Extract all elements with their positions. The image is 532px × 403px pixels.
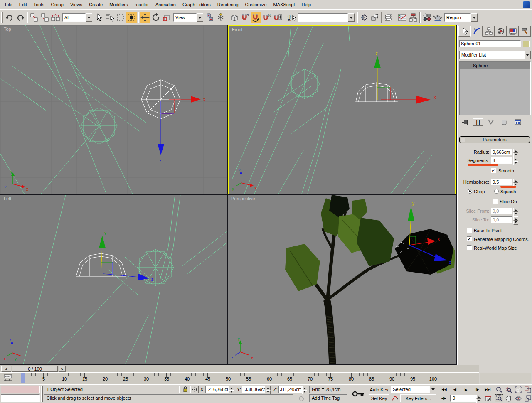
base-to-pivot-checkbox[interactable] [467, 228, 472, 233]
object-name-field[interactable]: Sphere01 [459, 40, 521, 47]
select-and-link-button[interactable] [29, 12, 39, 23]
absolute-mode-toggle[interactable] [190, 386, 199, 393]
percent-snap-toggle-button[interactable]: % [261, 12, 272, 23]
select-and-move-button[interactable] [140, 12, 150, 23]
time-slider-track[interactable]: < 0 / 100 > [0, 365, 479, 373]
maxscript-mini-listener-white[interactable] [1, 394, 40, 402]
squash-radio[interactable] [494, 189, 499, 194]
time-slider-next-button[interactable]: > [59, 366, 66, 372]
curve-editor-button[interactable] [397, 12, 408, 23]
viewport-perspective-label[interactable]: Perspective [231, 196, 255, 201]
object-color-swatch[interactable] [523, 41, 530, 47]
unselected-sphere-wireframe-left[interactable] [137, 249, 174, 286]
zoom-extents-all-button[interactable] [523, 386, 532, 393]
chop-radio[interactable] [468, 189, 472, 194]
time-slider-handle[interactable]: 0 / 100 [12, 366, 58, 372]
unlink-selection-button[interactable] [39, 12, 50, 23]
set-key-button[interactable]: Set Key [369, 394, 389, 402]
schematic-view-button[interactable] [408, 12, 419, 23]
region-zoom-button[interactable] [495, 394, 503, 402]
z-coord-spinner[interactable] [302, 386, 307, 393]
notification-icon[interactable] [297, 394, 306, 402]
smooth-checkbox[interactable]: ✔ [491, 168, 496, 173]
arc-rotate-button[interactable] [514, 394, 522, 402]
layer-manager-button[interactable] [383, 12, 394, 23]
mirror-button[interactable] [359, 12, 369, 23]
viewport-front-canvas[interactable]: y x z x y [229, 26, 455, 194]
modifier-stack[interactable]: Sphere [459, 61, 531, 115]
viewport-front[interactable]: Front [228, 25, 456, 194]
key-filter-arrow[interactable] [430, 386, 436, 393]
snaps-toggle-button[interactable]: 3 [240, 12, 251, 23]
tab-display[interactable] [507, 26, 519, 37]
slice-from-spinner[interactable] [513, 208, 518, 214]
tab-hierarchy[interactable] [483, 26, 495, 37]
select-and-scale-button[interactable] [161, 12, 172, 23]
select-and-rotate-button[interactable] [150, 12, 161, 23]
move-gizmo-front[interactable]: y x [374, 50, 436, 104]
render-type-arrow[interactable] [471, 13, 478, 22]
auto-key-button[interactable]: Auto Key [369, 386, 389, 393]
track-bar[interactable]: 0 5 10 15 20 25 30 35 40 45 50 55 60 65 … [0, 373, 479, 384]
radius-field[interactable]: 0,666cm [491, 149, 512, 155]
undo-button[interactable] [4, 12, 15, 23]
play-button[interactable]: ▶ [461, 386, 471, 393]
material-editor-button[interactable] [421, 12, 432, 23]
named-selection-arrow[interactable] [348, 13, 355, 22]
menu-reactor[interactable]: reactor [131, 1, 152, 8]
zoom-all-button[interactable] [504, 386, 513, 393]
slice-on-checkbox[interactable] [493, 199, 498, 204]
hemisphere-spinner[interactable] [513, 179, 518, 185]
crossing-selection-button[interactable] [126, 12, 137, 23]
named-selection-combo[interactable] [298, 13, 355, 22]
menu-file[interactable]: File [2, 1, 16, 8]
toolbar-grip[interactable] [1, 12, 3, 23]
bind-to-space-warp-button[interactable] [50, 12, 61, 23]
tab-motion[interactable] [495, 26, 507, 37]
current-frame-field[interactable]: 0 [450, 395, 476, 402]
key-mode-toggle-button[interactable]: ◀▶ [439, 394, 448, 402]
viewport-top-label[interactable]: Top [4, 27, 11, 32]
viewport-left-label[interactable]: Left [4, 196, 11, 201]
redo-button[interactable] [15, 12, 26, 23]
menu-rendering[interactable]: Rendering [214, 1, 242, 8]
keyboard-shortcut-override-button[interactable] [229, 12, 240, 23]
named-selection-sets-button[interactable]: {}ABC [286, 12, 297, 23]
remove-modifier-button[interactable] [498, 118, 510, 126]
viewport-top-canvas[interactable]: x z y z x [0, 25, 227, 194]
angle-snap-toggle-button[interactable] [251, 12, 261, 23]
maxscript-mini-listener-pink[interactable] [1, 386, 40, 393]
select-object-button[interactable] [94, 12, 104, 23]
y-coord-field[interactable]: -338,369cm [242, 386, 265, 393]
menu-modifiers[interactable]: Modifiers [106, 1, 131, 8]
select-by-name-button[interactable] [104, 12, 115, 23]
parameters-rollout-header[interactable]: - Parameters [459, 136, 530, 143]
radius-spinner[interactable] [513, 149, 518, 155]
real-world-map-checkbox[interactable] [467, 245, 472, 250]
pin-stack-button[interactable] [459, 118, 471, 126]
menu-graph-editors[interactable]: Graph Editors [179, 1, 214, 8]
menu-customize[interactable]: Customize [242, 1, 270, 8]
x-coord-spinner[interactable] [229, 386, 234, 393]
y-coord-spinner[interactable] [266, 386, 271, 393]
menu-help[interactable]: Help [298, 1, 315, 8]
modifier-stack-item-sphere[interactable]: Sphere [460, 62, 530, 69]
listener-splitter[interactable] [41, 386, 43, 402]
menu-group[interactable]: Group [47, 1, 67, 8]
configure-modifier-sets-button[interactable] [512, 118, 524, 126]
tab-modify[interactable] [470, 26, 483, 37]
reference-coordinate-combo[interactable]: View [173, 13, 203, 22]
slice-from-field[interactable]: 0,0 [491, 208, 512, 214]
viewport-top[interactable]: Top [0, 25, 227, 194]
move-gizmo-left[interactable]: y z [99, 231, 153, 282]
zoom-button[interactable] [495, 386, 503, 393]
render-type-combo[interactable]: Region [444, 13, 478, 22]
menu-bar-logo-icon[interactable] [523, 1, 530, 8]
viewport-perspective-canvas[interactable]: y x z y z x [228, 195, 456, 364]
previous-frame-button[interactable]: ◀| [450, 386, 460, 393]
menu-maxscript[interactable]: MAXScript [270, 1, 298, 8]
set-keys-button[interactable] [350, 386, 367, 402]
modifier-list-arrow[interactable] [524, 51, 531, 59]
x-coord-field[interactable]: -216,768cm [205, 386, 229, 393]
selection-filter-combo[interactable]: All [62, 13, 92, 22]
